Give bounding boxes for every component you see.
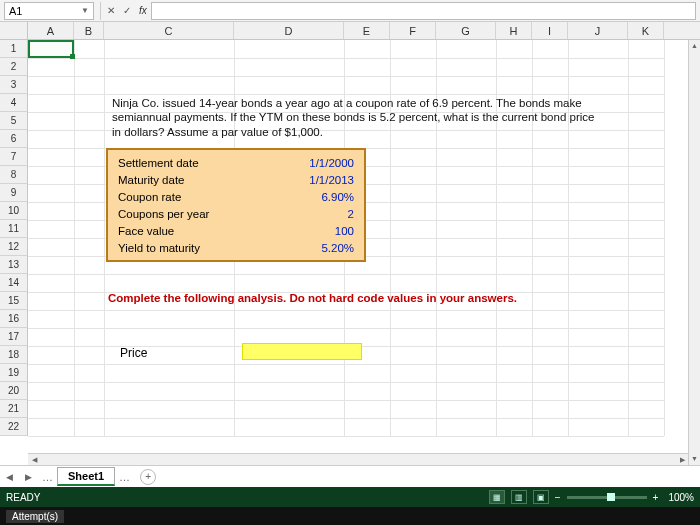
row-headers: 1 2 3 4 5 6 7 8 9 10 11 12 13 14 15 16 1	[0, 40, 28, 436]
input-label: Coupon rate	[118, 191, 284, 203]
input-value[interactable]: 100	[284, 225, 354, 237]
col-header[interactable]: J	[568, 22, 628, 39]
col-header[interactable]: I	[532, 22, 568, 39]
col-header[interactable]: D	[234, 22, 344, 39]
row-header[interactable]: 22	[0, 418, 28, 436]
row-header[interactable]: 18	[0, 346, 28, 364]
horizontal-scrollbar[interactable]: ◀ ▶	[28, 453, 688, 465]
row-header[interactable]: 3	[0, 76, 28, 94]
input-label: Coupons per year	[118, 208, 284, 220]
zoom-level[interactable]: 100%	[664, 492, 694, 503]
row-header[interactable]: 4	[0, 94, 28, 112]
input-value[interactable]: 5.20%	[284, 242, 354, 254]
price-answer-cell[interactable]	[242, 343, 362, 360]
input-label: Yield to maturity	[118, 242, 284, 254]
col-header[interactable]: F	[390, 22, 436, 39]
problem-text: Ninja Co. issued 14-year bonds a year ag…	[112, 96, 602, 139]
instruction-text: Complete the following analysis. Do not …	[108, 292, 517, 304]
tab-nav-next-icon[interactable]: ▶	[19, 472, 38, 482]
status-mode: READY	[6, 492, 40, 503]
zoom-slider[interactable]	[567, 496, 647, 499]
spreadsheet: A B C D E F G H I J K 1 2 3 4 5 6 7	[0, 22, 700, 465]
row-header[interactable]: 11	[0, 220, 28, 238]
row-header[interactable]: 1	[0, 40, 28, 58]
attempts-bar: Attempt(s)	[0, 507, 700, 525]
row-header[interactable]: 14	[0, 274, 28, 292]
zoom-out-button[interactable]: −	[555, 492, 561, 503]
view-page-layout-icon[interactable]: ▥	[511, 490, 527, 504]
scroll-right-icon[interactable]: ▶	[676, 454, 688, 465]
view-normal-icon[interactable]: ▦	[489, 490, 505, 504]
vertical-scrollbar[interactable]: ▲ ▼	[688, 40, 700, 465]
input-value[interactable]: 6.90%	[284, 191, 354, 203]
col-header[interactable]: K	[628, 22, 664, 39]
row-header[interactable]: 6	[0, 130, 28, 148]
sheet-tab-row: ◀ ▶ … Sheet1 … +	[0, 465, 700, 487]
input-value[interactable]: 2	[284, 208, 354, 220]
row-header[interactable]: 2	[0, 58, 28, 76]
row-header[interactable]: 8	[0, 166, 28, 184]
col-header[interactable]: A	[28, 22, 74, 39]
formula-input[interactable]	[151, 2, 696, 20]
scroll-left-icon[interactable]: ◀	[28, 454, 40, 465]
sheet-tab-active[interactable]: Sheet1	[57, 467, 115, 486]
row-header[interactable]: 20	[0, 382, 28, 400]
col-header[interactable]: C	[104, 22, 234, 39]
select-all-corner[interactable]	[0, 22, 28, 39]
input-value[interactable]: 1/1/2013	[284, 174, 354, 186]
row-header[interactable]: 9	[0, 184, 28, 202]
col-header[interactable]: H	[496, 22, 532, 39]
input-label: Face value	[118, 225, 284, 237]
chevron-down-icon[interactable]: ▼	[81, 6, 89, 15]
status-bar: READY ▦ ▥ ▣ − + 100%	[0, 487, 700, 507]
input-label: Settlement date	[118, 157, 284, 169]
row-header[interactable]: 13	[0, 256, 28, 274]
price-label: Price	[120, 346, 147, 360]
inputs-box: Settlement date1/1/2000 Maturity date1/1…	[106, 148, 366, 262]
scroll-up-icon[interactable]: ▲	[689, 40, 700, 52]
divider	[100, 2, 101, 20]
input-value[interactable]: 1/1/2000	[284, 157, 354, 169]
attempts-label: Attempt(s)	[6, 510, 64, 523]
fx-icon[interactable]: fx	[135, 5, 151, 16]
row-header[interactable]: 5	[0, 112, 28, 130]
row-header[interactable]: 21	[0, 400, 28, 418]
row-header[interactable]: 10	[0, 202, 28, 220]
tab-nav-prev-icon[interactable]: ◀	[0, 472, 19, 482]
input-label: Maturity date	[118, 174, 284, 186]
add-sheet-button[interactable]: +	[140, 469, 156, 485]
row-header[interactable]: 16	[0, 310, 28, 328]
row-header[interactable]: 19	[0, 364, 28, 382]
view-page-break-icon[interactable]: ▣	[533, 490, 549, 504]
col-header[interactable]: B	[74, 22, 104, 39]
cancel-icon[interactable]: ✕	[103, 3, 119, 19]
tab-more-icon[interactable]: …	[38, 471, 57, 483]
tab-more-icon[interactable]: …	[115, 471, 134, 483]
name-box[interactable]: A1 ▼	[4, 2, 94, 20]
row-header[interactable]: 17	[0, 328, 28, 346]
zoom-in-button[interactable]: +	[653, 492, 659, 503]
row-header[interactable]: 7	[0, 148, 28, 166]
column-headers: A B C D E F G H I J K	[0, 22, 700, 40]
row-header[interactable]: 15	[0, 292, 28, 310]
name-box-value: A1	[9, 5, 22, 17]
col-header[interactable]: G	[436, 22, 496, 39]
col-header[interactable]: E	[344, 22, 390, 39]
row-header[interactable]: 12	[0, 238, 28, 256]
enter-icon[interactable]: ✓	[119, 3, 135, 19]
scroll-down-icon[interactable]: ▼	[689, 453, 700, 465]
formula-bar-row: A1 ▼ ✕ ✓ fx	[0, 0, 700, 22]
cell-grid[interactable]: Ninja Co. issued 14-year bonds a year ag…	[28, 40, 664, 436]
active-cell-selection[interactable]	[28, 40, 74, 58]
